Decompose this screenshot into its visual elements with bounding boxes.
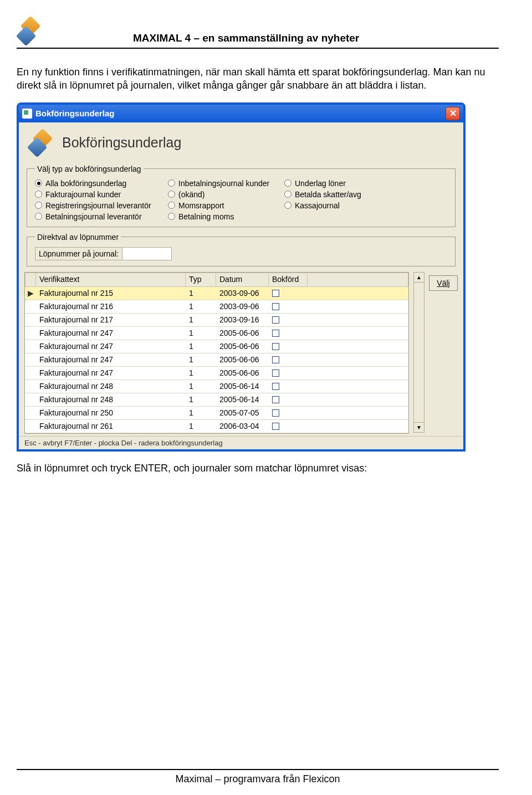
- radio-betalda-skatter[interactable]: Betalda skatter/avg: [284, 190, 395, 199]
- cell-datum: 2003-09-06: [216, 300, 269, 314]
- checkbox-icon[interactable]: [272, 303, 279, 310]
- close-button[interactable]: ✕: [446, 107, 460, 120]
- content-logo-icon: [29, 130, 54, 156]
- grid-header-marker: [25, 273, 36, 287]
- app-icon: [22, 109, 32, 119]
- scroll-track[interactable]: [414, 283, 424, 422]
- table-row[interactable]: Fakturajournal nr 26112006-03-04: [25, 420, 408, 433]
- lopnummer-input[interactable]: [122, 247, 172, 260]
- journal-grid: Verifikattext Typ Datum Bokförd ▶Faktura…: [24, 272, 409, 434]
- radio-momsrapport[interactable]: Momsrapport: [168, 201, 279, 210]
- group1-legend: Välj typ av bokföringsunderlag: [35, 165, 144, 173]
- row-marker-icon: [25, 380, 36, 393]
- second-paragraph: Slå in löpnumret och tryck ENTER, och jo…: [17, 461, 499, 475]
- table-row[interactable]: Fakturajournal nr 25012005-07-05: [25, 407, 408, 420]
- cell-bokford[interactable]: [269, 420, 308, 433]
- checkbox-icon[interactable]: [272, 409, 279, 417]
- row-marker-icon: [25, 340, 36, 353]
- radio-icon: [284, 202, 291, 209]
- grid-header-text[interactable]: Verifikattext: [36, 273, 186, 287]
- cell-typ: 1: [186, 367, 216, 380]
- row-marker-icon: [25, 420, 36, 433]
- radio-icon: [168, 179, 175, 187]
- cell-typ: 1: [186, 300, 216, 314]
- cell-datum: 2005-06-14: [216, 380, 269, 393]
- statusbar: Esc - avbryt F7/Enter - plocka Del - rad…: [19, 436, 463, 449]
- checkbox-icon[interactable]: [272, 383, 279, 390]
- checkbox-icon[interactable]: [272, 316, 279, 324]
- cell-blank: [308, 367, 408, 380]
- radio-underlag-loner[interactable]: Underlag löner: [284, 179, 395, 188]
- grid-header-bokford[interactable]: Bokförd: [269, 273, 308, 287]
- table-row[interactable]: Fakturajournal nr 21712003-09-16: [25, 314, 408, 327]
- scroll-up-icon[interactable]: ▲: [414, 273, 424, 283]
- cell-typ: 1: [186, 353, 216, 367]
- window-title: Bokföringsunderlag: [35, 109, 115, 118]
- checkbox-icon[interactable]: [272, 290, 279, 297]
- table-row[interactable]: Fakturajournal nr 24712005-06-06: [25, 367, 408, 380]
- table-row[interactable]: Fakturajournal nr 24712005-06-06: [25, 340, 408, 353]
- checkbox-icon[interactable]: [272, 356, 279, 363]
- cell-bokford[interactable]: [269, 314, 308, 327]
- radio-icon: [168, 202, 175, 209]
- row-marker-icon: ▶: [25, 287, 36, 300]
- cell-text: Fakturajournal nr 261: [36, 420, 186, 433]
- radio-inbetalningsjournal[interactable]: Inbetalningsjournal kunder: [168, 179, 279, 188]
- cell-text: Fakturajournal nr 250: [36, 407, 186, 420]
- radio-registreringsjournal[interactable]: Registreringsjournal leverantör: [35, 201, 162, 210]
- row-marker-icon: [25, 393, 36, 407]
- cell-bokford[interactable]: [269, 380, 308, 393]
- direct-number-group: Direktval av löpnummer Löpnummer på jour…: [27, 233, 456, 266]
- cell-bokford[interactable]: [269, 287, 308, 300]
- checkbox-icon[interactable]: [272, 343, 279, 350]
- cell-text: Fakturajournal nr 248: [36, 380, 186, 393]
- app-window: Bokföringsunderlag ✕ Bokföringsunderlag …: [17, 102, 466, 452]
- cell-typ: 1: [186, 380, 216, 393]
- row-marker-icon: [25, 300, 36, 314]
- cell-typ: 1: [186, 327, 216, 340]
- radio-icon: [168, 191, 175, 198]
- cell-bokford[interactable]: [269, 300, 308, 314]
- cell-bokford[interactable]: [269, 353, 308, 367]
- row-marker-icon: [25, 353, 36, 367]
- cell-bokford[interactable]: [269, 407, 308, 420]
- table-row[interactable]: Fakturajournal nr 24812005-06-14: [25, 393, 408, 407]
- cell-blank: [308, 287, 408, 300]
- cell-blank: [308, 353, 408, 367]
- table-row[interactable]: Fakturajournal nr 24812005-06-14: [25, 380, 408, 393]
- grid-header-datum[interactable]: Datum: [216, 273, 269, 287]
- checkbox-icon[interactable]: [272, 396, 279, 403]
- radio-alla[interactable]: Alla bokföringsunderlag: [35, 179, 162, 188]
- checkbox-icon[interactable]: [272, 370, 279, 377]
- table-row[interactable]: Fakturajournal nr 21612003-09-06: [25, 300, 408, 314]
- scroll-down-icon[interactable]: ▼: [414, 422, 424, 432]
- radio-fakturajournal[interactable]: Fakturajournal kunder: [35, 190, 162, 199]
- radio-betalning-moms[interactable]: Betalning moms: [168, 212, 279, 221]
- close-icon: ✕: [449, 108, 457, 119]
- grid-header-typ[interactable]: Typ: [186, 273, 216, 287]
- cell-bokford[interactable]: [269, 367, 308, 380]
- cell-bokford[interactable]: [269, 327, 308, 340]
- radio-kassajournal[interactable]: Kassajournal: [284, 201, 395, 210]
- row-marker-icon: [25, 327, 36, 340]
- document-header: MAXIMAL 4 – en sammanställning av nyhete…: [17, 17, 499, 49]
- table-row[interactable]: Fakturajournal nr 24712005-06-06: [25, 353, 408, 367]
- cell-datum: 2005-06-06: [216, 367, 269, 380]
- table-row[interactable]: ▶Fakturajournal nr 21512003-09-06: [25, 287, 408, 300]
- checkbox-icon[interactable]: [272, 423, 279, 430]
- cell-bokford[interactable]: [269, 393, 308, 407]
- cell-bokford[interactable]: [269, 340, 308, 353]
- radio-icon: [284, 191, 291, 198]
- document-footer: Maximal – programvara från Flexicon: [17, 769, 499, 785]
- cell-text: Fakturajournal nr 248: [36, 393, 186, 407]
- radio-icon: [35, 179, 42, 187]
- valj-button[interactable]: Välj: [429, 275, 458, 291]
- checkbox-icon[interactable]: [272, 330, 279, 337]
- row-marker-icon: [25, 367, 36, 380]
- cell-typ: 1: [186, 340, 216, 353]
- table-row[interactable]: Fakturajournal nr 24712005-06-06: [25, 327, 408, 340]
- radio-betalningsjournal[interactable]: Betalningsjournal leverantör: [35, 212, 162, 221]
- cell-datum: 2005-06-06: [216, 327, 269, 340]
- radio-okand[interactable]: (okänd): [168, 190, 279, 199]
- vertical-scrollbar[interactable]: ▲ ▼: [413, 272, 424, 433]
